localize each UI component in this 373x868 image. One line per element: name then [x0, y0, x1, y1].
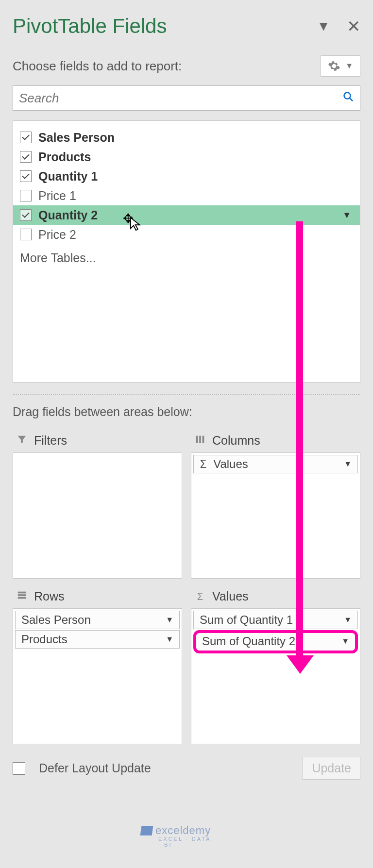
pane-title: PivotTable Fields	[13, 15, 167, 38]
pane-header: PivotTable Fields ▼ ✕	[13, 15, 360, 38]
choose-row: Choose fields to add to report: ▼	[13, 55, 360, 77]
chevron-down-icon[interactable]: ▼	[344, 616, 352, 624]
filter-icon	[16, 434, 28, 448]
gear-icon	[328, 60, 340, 72]
svg-rect-7	[18, 597, 26, 599]
pane-options-dropdown-icon[interactable]: ▼	[317, 19, 330, 33]
checkbox-icon[interactable]	[20, 190, 32, 201]
chevron-down-icon[interactable]: ▼	[166, 635, 173, 644]
search-box[interactable]	[13, 85, 360, 111]
field-label: Quantity 2	[38, 208, 98, 222]
columns-icon	[194, 434, 206, 448]
sigma-icon: Σ	[194, 590, 205, 603]
chevron-down-icon: ▼	[345, 62, 353, 70]
search-icon[interactable]	[342, 91, 354, 105]
svg-rect-6	[18, 594, 26, 596]
checkbox-icon[interactable]	[20, 229, 32, 240]
watermark-icon	[140, 826, 153, 835]
field-row-quantity-2[interactable]: Quantity 2 ▼	[13, 205, 360, 225]
pill-label: Sales Person	[21, 613, 91, 627]
close-icon[interactable]: ✕	[347, 18, 360, 34]
chevron-down-icon[interactable]: ▼	[344, 460, 352, 468]
svg-rect-3	[199, 435, 201, 443]
sigma-icon: Σ	[200, 457, 206, 471]
checkbox-icon[interactable]	[20, 132, 32, 143]
rows-icon	[16, 590, 28, 603]
watermark-brand: exceldemy	[155, 824, 211, 837]
filters-area[interactable]: Filters	[13, 431, 182, 579]
watermark: exceldemy EXCEL · DATA · BI	[141, 824, 211, 837]
columns-header: Columns	[191, 431, 360, 452]
tools-button[interactable]: ▼	[321, 55, 360, 77]
field-row-quantity-1[interactable]: Quantity 1	[13, 167, 360, 186]
values-area[interactable]: Σ Values Sum of Quantity 1 ▼ Sum of Quan…	[191, 586, 360, 744]
svg-line-1	[350, 98, 353, 101]
pill-label: Sum of Quantity 2	[202, 635, 295, 647]
chevron-down-icon[interactable]: ▼	[166, 616, 173, 624]
values-dropzone[interactable]: Sum of Quantity 1 ▼ Sum of Quantity 2 ▼	[191, 608, 360, 744]
pill-label: Sum of Quantity 1	[200, 613, 293, 627]
filters-header: Filters	[13, 431, 182, 452]
areas-grid: Filters Columns Σ Values ▼ Rows Sales	[13, 431, 360, 744]
columns-pill-values[interactable]: Σ Values ▼	[193, 455, 358, 473]
header-controls: ▼ ✕	[317, 18, 360, 34]
watermark-sub: EXCEL · DATA · BI	[158, 836, 211, 848]
chevron-down-icon[interactable]: ▼	[341, 637, 349, 645]
rows-pill-sales-person[interactable]: Sales Person ▼	[15, 611, 180, 629]
svg-rect-2	[196, 435, 198, 443]
annotation-arrow-line	[296, 221, 303, 661]
pill-label: Products	[21, 633, 68, 646]
pill-label: Values	[213, 457, 248, 470]
field-row-price-2[interactable]: Price 2	[13, 225, 360, 244]
svg-rect-4	[203, 435, 204, 443]
values-pill-sum-quantity-1[interactable]: Sum of Quantity 1 ▼	[193, 611, 358, 629]
rows-title: Rows	[34, 589, 65, 603]
svg-point-0	[344, 93, 351, 99]
values-pill-sum-quantity-2[interactable]: Sum of Quantity 2 ▼	[193, 630, 358, 653]
choose-fields-label: Choose fields to add to report:	[13, 59, 182, 74]
divider	[13, 394, 360, 395]
checkbox-icon[interactable]	[20, 170, 32, 182]
columns-area[interactable]: Columns Σ Values ▼	[191, 431, 360, 579]
rows-pill-products[interactable]: Products ▼	[15, 630, 180, 649]
field-row-sales-person[interactable]: Sales Person	[13, 128, 360, 147]
footer: Defer Layout Update Update	[13, 757, 360, 780]
field-label: Price 1	[38, 189, 76, 203]
filters-title: Filters	[34, 434, 67, 448]
checkbox-icon[interactable]	[13, 762, 25, 775]
rows-area[interactable]: Rows Sales Person ▼ Products ▼	[13, 586, 182, 744]
field-label: Quantity 1	[38, 169, 98, 184]
field-label: Sales Person	[38, 131, 115, 145]
search-input[interactable]	[19, 91, 342, 106]
values-header: Σ Values	[191, 586, 360, 608]
columns-title: Columns	[212, 434, 260, 448]
filters-dropzone[interactable]	[13, 452, 182, 579]
rows-header: Rows	[13, 586, 182, 608]
annotation-arrow-head	[287, 655, 314, 674]
checkbox-icon[interactable]	[20, 209, 32, 221]
svg-rect-5	[18, 591, 26, 593]
values-title: Values	[212, 589, 249, 603]
defer-layout-checkbox[interactable]: Defer Layout Update	[13, 761, 151, 775]
field-row-products[interactable]: Products	[13, 147, 360, 167]
more-tables-link[interactable]: More Tables...	[13, 244, 360, 272]
columns-dropzone[interactable]: Σ Values ▼	[191, 452, 360, 579]
update-button: Update	[303, 757, 360, 780]
field-label: Products	[38, 150, 91, 164]
field-label: Price 2	[38, 228, 76, 242]
field-list[interactable]: Sales Person Products Quantity 1 Price 1…	[13, 120, 360, 383]
chevron-down-icon[interactable]: ▼	[342, 210, 351, 220]
rows-dropzone[interactable]: Sales Person ▼ Products ▼	[13, 608, 182, 744]
field-row-price-1[interactable]: Price 1	[13, 186, 360, 205]
checkbox-icon[interactable]	[20, 151, 32, 163]
drag-fields-label: Drag fields between areas below:	[13, 405, 360, 419]
defer-layout-label: Defer Layout Update	[39, 761, 151, 775]
